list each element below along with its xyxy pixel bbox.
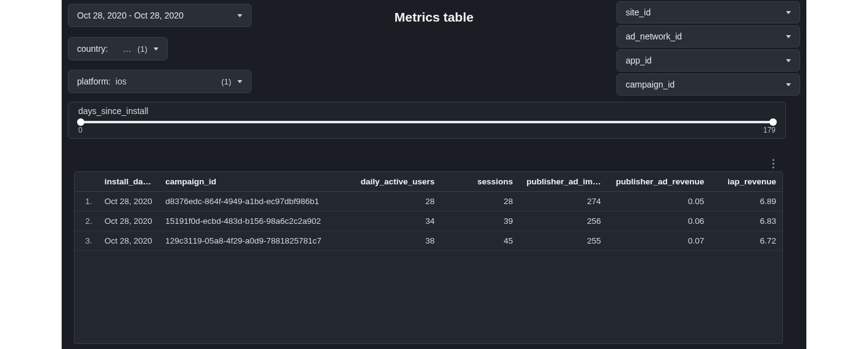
kebab-dot (772, 163, 774, 165)
chevron-down-icon (786, 83, 791, 86)
table-row[interactable]: 3.Oct 28, 2020129c3119-05a8-4f29-a0d9-78… (75, 231, 782, 251)
cell-iap: 6.83 (710, 211, 782, 231)
filter-country-label: country: (77, 44, 120, 54)
kebab-dot (772, 166, 774, 168)
slider-handle-max[interactable] (769, 118, 777, 126)
cell-install-date: Oct 28, 2020 (99, 231, 160, 251)
chevron-down-icon (786, 11, 791, 14)
cell-iap: 6.89 (710, 192, 782, 211)
row-index: 2. (75, 211, 99, 231)
filter-platform-value: ios (115, 76, 126, 86)
cell-rev: 0.05 (607, 192, 710, 211)
slider-label: days_since_install (78, 106, 776, 116)
filter-country-value: … (123, 44, 131, 54)
col-header-publisher-ad-im[interactable]: publisher_ad_im… (519, 172, 607, 192)
table-row[interactable]: 2.Oct 28, 202015191f0d-ecbd-483d-b156-98… (75, 211, 782, 231)
cell-dau: 38 (353, 231, 441, 251)
dimension-label: campaign_id (626, 80, 674, 89)
cell-campaign-id: d8376edc-864f-4949-a1bd-ec97dbf986b1 (159, 192, 353, 211)
days-since-install-slider[interactable]: days_since_install 0 179 (68, 102, 786, 139)
col-header-sessions[interactable]: sessions (441, 172, 519, 192)
cell-sessions: 45 (441, 231, 519, 251)
cell-install-date: Oct 28, 2020 (99, 211, 160, 231)
cell-dau: 34 (353, 211, 441, 231)
cell-imp: 255 (519, 231, 607, 251)
cell-rev: 0.06 (607, 211, 710, 231)
slider-min: 0 (78, 126, 83, 134)
cell-campaign-id: 129c3119-05a8-4f29-a0d9-7881825781c7 (159, 231, 353, 251)
col-header-dau[interactable]: daily_active_users (353, 172, 441, 192)
cell-iap: 6.72 (710, 231, 782, 251)
dimension-label: ad_network_id (626, 31, 682, 41)
chevron-down-icon (154, 47, 158, 51)
cell-imp: 274 (519, 192, 607, 211)
col-header-iap-revenue[interactable]: iap_revenue (710, 172, 782, 192)
cell-campaign-id: 15191f0d-ecbd-483d-b156-98a6c2c2a902 (159, 211, 353, 231)
dimension-label: app_id (626, 55, 652, 65)
cell-sessions: 39 (441, 211, 519, 231)
chevron-down-icon (786, 59, 791, 62)
slider-track[interactable] (78, 121, 776, 123)
row-index: 3. (75, 231, 99, 251)
chevron-down-icon (786, 35, 791, 38)
cell-rev: 0.07 (607, 231, 710, 251)
dimension-label: site_id (626, 7, 650, 17)
cell-sessions: 28 (441, 192, 519, 211)
col-header-publisher-ad-revenue[interactable]: publisher_ad_revenue (607, 172, 710, 192)
dimension-app-id[interactable]: app_id (616, 49, 800, 72)
table-options-menu[interactable] (768, 157, 779, 170)
filter-country-count: (1) (137, 44, 147, 54)
kebab-dot (772, 159, 774, 161)
cell-install-date: Oct 28, 2020 (99, 192, 160, 211)
dimension-campaign-id[interactable]: campaign_id (616, 73, 800, 96)
table-header-row: install_da… campaign_id daily_active_use… (75, 172, 782, 192)
filter-platform-label: platform: (77, 76, 110, 86)
cell-imp: 256 (519, 211, 607, 231)
filter-country[interactable]: country: … (1) (68, 37, 168, 60)
chevron-down-icon (237, 14, 242, 17)
row-index: 1. (75, 192, 99, 211)
date-range-picker[interactable]: Oct 28, 2020 - Oct 28, 2020 (68, 4, 252, 27)
dimension-ad-network-id[interactable]: ad_network_id (616, 25, 800, 47)
dimension-site-id[interactable]: site_id (616, 1, 800, 23)
filter-platform[interactable]: platform: ios (1) (68, 70, 252, 93)
date-range-value: Oct 28, 2020 - Oct 28, 2020 (77, 10, 231, 20)
table-row[interactable]: 1.Oct 28, 2020d8376edc-864f-4949-a1bd-ec… (75, 192, 782, 211)
col-header-install-date[interactable]: install_da… (99, 172, 160, 192)
metrics-table: install_da… campaign_id daily_active_use… (74, 171, 783, 344)
filter-platform-count: (1) (221, 77, 231, 86)
col-header-campaign-id[interactable]: campaign_id (159, 172, 353, 192)
slider-max: 179 (763, 126, 776, 134)
chevron-down-icon (237, 80, 242, 83)
cell-dau: 28 (353, 192, 441, 211)
slider-handle-min[interactable] (77, 118, 84, 126)
